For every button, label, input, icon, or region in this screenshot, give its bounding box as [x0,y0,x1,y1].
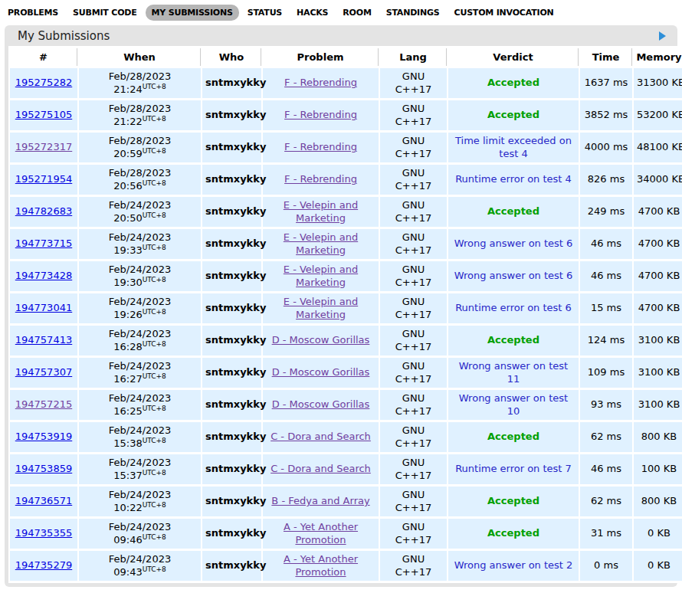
submission-id-link[interactable]: 194757307 [15,366,72,378]
problem-link[interactable]: E - Velepin and Marketing [284,296,358,320]
submission-row: 194753919 Feb/24/2023 15:38UTC+8 sntmxyk… [10,422,682,452]
submission-row: 194735279 Feb/24/2023 09:43UTC+8 sntmxyk… [10,551,682,581]
memory-used: 0 KB [634,551,682,581]
memory-used: 800 KB [634,422,682,452]
nav-item-submit-code[interactable]: SUBMIT CODE [67,5,143,21]
contest-nav: PROBLEMSSUBMIT CODEMY SUBMISSIONSSTATUSH… [0,0,682,24]
exec-time: 46 ms [580,261,632,291]
submission-id-link[interactable]: 194753919 [15,431,72,442]
verdict-text: Accepted [487,77,539,88]
problem-link[interactable]: A - Yet Another Promotion [284,553,358,578]
submission-id-link[interactable]: 195272317 [15,141,72,152]
submission-when: Feb/28/2023 21:22UTC+8 [79,100,201,130]
nav-item-problems[interactable]: PROBLEMS [2,5,64,21]
submission-id-link[interactable]: 194773715 [15,238,72,249]
submission-author: sntmxykky [202,197,261,227]
submission-id-link[interactable]: 194757413 [15,334,72,346]
submission-author: sntmxykky [202,229,261,259]
memory-used: 100 KB [634,454,682,484]
submission-row: 195272317 Feb/28/2023 20:59UTC+8 sntmxyk… [10,133,682,162]
problem-link[interactable]: E - Velepin and Marketing [284,231,358,256]
verdict-text: Wrong answer on test 6 [454,238,573,249]
verdict-text: Accepted [487,334,539,346]
memory-used: 4700 KB [634,293,682,323]
submission-lang: GNU C++17 [380,551,447,581]
submission-author: sntmxykky [202,358,261,388]
exec-time: 46 ms [580,454,632,484]
submission-id-link[interactable]: 194735355 [15,527,72,539]
submission-when: Feb/24/2023 16:28UTC+8 [79,326,201,356]
nav-item-standings[interactable]: STANDINGS [380,5,446,21]
exec-time: 109 ms [580,358,632,388]
submission-id-link[interactable]: 195275105 [15,109,72,120]
verdict-text: Accepted [487,527,539,539]
col-header-when: When [79,48,201,66]
submission-author: sntmxykky [202,261,261,291]
problem-link[interactable]: E - Velepin and Marketing [284,264,358,288]
submission-id-link[interactable]: 194782683 [15,205,72,217]
problem-link[interactable]: D - Moscow Gorillas [272,398,370,410]
submission-id-link[interactable]: 194736571 [15,495,72,506]
exec-time: 3852 ms [580,100,632,130]
submission-lang: GNU C++17 [380,229,447,259]
submission-id-link[interactable]: 194773041 [15,302,72,313]
submission-id-link[interactable]: 195275282 [15,77,72,88]
exec-time: 31 ms [580,519,632,549]
submission-when: Feb/24/2023 15:37UTC+8 [79,454,201,484]
submission-id-link[interactable]: 194757215 [15,398,72,410]
nav-item-status[interactable]: STATUS [241,5,288,21]
submission-lang: GNU C++17 [380,487,447,516]
submission-author: sntmxykky [202,165,261,195]
problem-link[interactable]: E - Velepin and Marketing [284,199,358,224]
problem-link[interactable]: C - Dora and Search [271,463,371,474]
table-header-row: # When Who Problem Lang Verdict Time Mem… [10,48,682,66]
submission-author: sntmxykky [202,133,261,162]
problem-link[interactable]: D - Moscow Gorillas [272,334,370,346]
verdict-text: Time limit exceeded on test 4 [455,135,572,159]
problem-link[interactable]: B - Fedya and Array [271,495,369,506]
submission-row: 194773428 Feb/24/2023 19:30UTC+8 sntmxyk… [10,261,682,291]
submission-author: sntmxykky [202,293,261,323]
problem-link[interactable]: F - Rebrending [284,109,357,120]
submission-when: Feb/24/2023 20:50UTC+8 [79,197,201,227]
exec-time: 62 ms [580,487,632,516]
verdict-text: Wrong answer on test 11 [459,360,568,385]
problem-link[interactable]: F - Rebrending [284,141,357,152]
problem-link[interactable]: F - Rebrending [284,77,357,88]
exec-time: 62 ms [580,422,632,452]
submission-row: 194757307 Feb/24/2023 16:27UTC+8 sntmxyk… [10,358,682,388]
submission-id-link[interactable]: 194753859 [15,463,72,474]
memory-used: 48100 KB [634,133,682,162]
submission-lang: GNU C++17 [380,133,447,162]
submission-when: Feb/28/2023 20:56UTC+8 [79,165,201,195]
play-arrow-icon[interactable] [659,31,666,41]
submission-author: sntmxykky [202,100,261,130]
submission-id-link[interactable]: 194773428 [15,270,72,281]
nav-item-custom-invocation[interactable]: CUSTOM INVOCATION [448,5,560,21]
memory-used: 3100 KB [634,326,682,356]
problem-link[interactable]: D - Moscow Gorillas [272,366,370,378]
nav-item-hacks[interactable]: HACKS [290,5,334,21]
submission-author: sntmxykky [202,68,261,98]
memory-used: 3100 KB [634,390,682,420]
submission-row: 194757413 Feb/24/2023 16:28UTC+8 sntmxyk… [10,326,682,356]
submission-author: sntmxykky [202,551,261,581]
verdict-text: Accepted [487,431,539,442]
submission-row: 195275105 Feb/28/2023 21:22UTC+8 sntmxyk… [10,100,682,130]
submission-id-link[interactable]: 195271954 [15,173,72,185]
submission-id-link[interactable]: 194735279 [15,559,72,571]
verdict-text: Accepted [487,205,539,217]
submission-lang: GNU C++17 [380,390,447,420]
submission-lang: GNU C++17 [380,293,447,323]
submission-when: Feb/24/2023 10:22UTC+8 [79,487,201,516]
memory-used: 53200 KB [634,100,682,130]
problem-link[interactable]: A - Yet Another Promotion [284,521,358,546]
submission-when: Feb/24/2023 16:27UTC+8 [79,358,201,388]
submission-when: Feb/24/2023 09:43UTC+8 [79,551,201,581]
nav-item-room[interactable]: ROOM [336,5,377,21]
nav-item-my-submissions[interactable]: MY SUBMISSIONS [146,5,239,21]
col-header-verdict: Verdict [448,48,579,66]
col-header-who: Who [202,48,261,66]
problem-link[interactable]: F - Rebrending [284,173,357,185]
problem-link[interactable]: C - Dora and Search [271,431,371,442]
